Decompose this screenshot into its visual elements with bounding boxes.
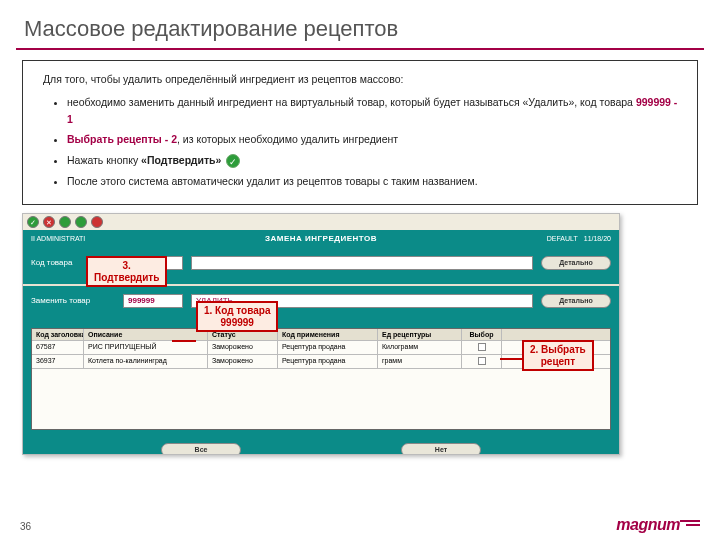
brand-logo: magnum (616, 516, 700, 534)
callout-connector (172, 340, 196, 342)
app-header: II ADMINISTRATI ЗАМЕНА ИНГРЕДИЕНТОВ DEFA… (23, 230, 619, 248)
title-underline (16, 48, 704, 50)
col-header: Код применения (278, 329, 378, 340)
replace-code-input[interactable]: 999999 (123, 294, 183, 308)
page-number: 36 (20, 521, 31, 532)
app-screenshot: ✓ ✕ II ADMINISTRATI ЗАМЕНА ИНГРЕДИЕНТОВ … (22, 213, 620, 455)
toolbar-button[interactable] (75, 216, 87, 228)
callout-code: 1. Код товара999999 (196, 301, 278, 332)
app-toolbar: ✓ ✕ (23, 214, 619, 230)
toolbar-check-icon[interactable]: ✓ (27, 216, 39, 228)
instructions-intro: Для того, чтобы удалить определённый инг… (43, 71, 681, 88)
instruction-item: Нажать кнопку «Подтвердить» ✓ (67, 152, 681, 169)
select-none-button[interactable]: Нет (401, 443, 481, 455)
col-header: Ед рецептуры (378, 329, 462, 340)
col-header: Описание (84, 329, 208, 340)
wing-icon (678, 520, 700, 530)
callout-confirm: 3.Подтвердить (86, 256, 167, 287)
select-all-button[interactable]: Все (161, 443, 241, 455)
app-footer: Все Нет (23, 438, 619, 455)
details-button[interactable]: Детально (541, 256, 611, 270)
details-button[interactable]: Детально (541, 294, 611, 308)
table-empty-area (32, 369, 610, 429)
app-header-title: ЗАМЕНА ИНГРЕДИЕНТОВ (151, 234, 491, 243)
select-checkbox[interactable] (478, 343, 486, 351)
field-label: Заменить товар (31, 296, 115, 305)
table-header-row: Код заголовка Описание Статус Код примен… (32, 329, 610, 341)
check-circle-icon: ✓ (226, 154, 240, 168)
toolbar-button[interactable] (91, 216, 103, 228)
select-checkbox[interactable] (478, 357, 486, 365)
col-header: Выбор (462, 329, 502, 340)
form-row-replace: Заменить товар 999999 УДАЛИТЬ Детально (31, 294, 611, 308)
toolbar-close-icon[interactable]: ✕ (43, 216, 55, 228)
callout-connector (500, 358, 522, 360)
toolbar-button[interactable] (59, 216, 71, 228)
page-title: Массовое редактирование рецептов (0, 0, 720, 48)
instruction-item: необходимо заменить данный ингредиент на… (67, 94, 681, 128)
instruction-item: Выбрать рецепты - 2, из которых необходи… (67, 131, 681, 148)
col-header: Код заголовка (32, 329, 84, 340)
instruction-item: После этого система автоматически удалит… (67, 173, 681, 190)
instructions-panel: Для того, чтобы удалить определённый инг… (22, 60, 698, 205)
source-name-input[interactable] (191, 256, 533, 270)
callout-select: 2. Выбратьрецепт (522, 340, 594, 371)
